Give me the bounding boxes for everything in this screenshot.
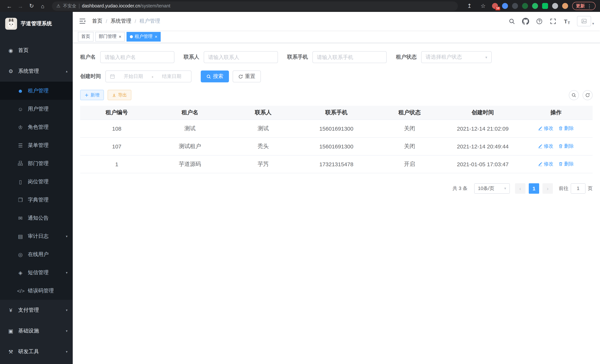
- date-range-input[interactable]: 开始日期 - 结束日期: [105, 71, 191, 82]
- refresh-icon[interactable]: ↻: [27, 1, 36, 11]
- share-icon[interactable]: ↥: [465, 1, 474, 11]
- profile-avatar-icon[interactable]: [562, 3, 568, 9]
- edit-pencil-icon: [538, 162, 543, 166]
- breadcrumb-item[interactable]: 租户管理: [140, 18, 160, 25]
- cell-name: 测试租户: [153, 137, 227, 155]
- delete-button[interactable]: 删除: [559, 125, 574, 132]
- forward-icon[interactable]: →: [16, 1, 25, 11]
- reset-button[interactable]: 重置: [233, 71, 261, 82]
- page-1-button[interactable]: 1: [529, 183, 539, 194]
- help-icon[interactable]: [536, 18, 543, 25]
- sidebar-item-sms[interactable]: ◈ 短信管理 ▾: [0, 263, 73, 282]
- page-jump-input[interactable]: [571, 183, 586, 194]
- contact-input[interactable]: [208, 54, 273, 60]
- export-button[interactable]: 导出: [108, 90, 131, 100]
- user-avatar[interactable]: ▾: [577, 16, 594, 26]
- tags-view: 首页 部门管理 × 租户管理 ×: [73, 30, 600, 43]
- sidebar-item-role[interactable]: ♔ 角色管理: [0, 118, 73, 136]
- edit-button[interactable]: 修改: [538, 143, 553, 149]
- tab-close-icon[interactable]: ×: [119, 34, 121, 39]
- chevron-down-icon: ▾: [485, 55, 487, 59]
- status-select[interactable]: 请选择租户状态 ▾: [421, 51, 492, 63]
- sidebar-item-pay[interactable]: ¥ 支付管理 ▾: [0, 300, 73, 321]
- fullscreen-icon[interactable]: [550, 18, 557, 25]
- sidebar-item-tenant[interactable]: ☻ 租户管理: [0, 82, 73, 100]
- cell-actions: 修改 删除: [519, 155, 593, 173]
- cell-id: 107: [80, 137, 153, 155]
- tab-1[interactable]: 部门管理 ×: [95, 32, 125, 41]
- plus-icon: [84, 93, 89, 97]
- tenant-name-input[interactable]: [105, 54, 170, 60]
- edit-button[interactable]: 修改: [538, 125, 553, 132]
- sidebar-item-online[interactable]: ◎ 在线用户: [0, 245, 73, 263]
- add-button[interactable]: 新增: [80, 90, 104, 100]
- trash-icon: [559, 162, 563, 166]
- app-logo[interactable]: 芋道管理系统: [0, 12, 73, 36]
- back-icon[interactable]: ←: [4, 1, 14, 11]
- url-host: dashboard.yudao.iocoder.cn: [82, 3, 140, 9]
- breadcrumb-item[interactable]: 首页 /: [92, 18, 107, 25]
- extension-3-icon[interactable]: [512, 3, 518, 9]
- update-label: 更新: [576, 3, 585, 9]
- sidebar-item-home[interactable]: ◉ 首页: [0, 40, 73, 61]
- address-bar[interactable]: ⚠ 不安全 dashboard.yudao.iocoder.cn/system/…: [52, 1, 458, 10]
- extension-badge: 10: [495, 7, 500, 10]
- refresh-table-button[interactable]: [582, 90, 593, 100]
- bookmark-star-icon[interactable]: ☆: [478, 1, 488, 11]
- extensions-puzzle-icon[interactable]: [552, 3, 558, 9]
- browser-actions: ↥ ☆ 10 更新 ⋮: [462, 1, 596, 11]
- extension-2-icon[interactable]: [502, 3, 508, 9]
- page-size-select[interactable]: 10条/页 ▾: [474, 183, 510, 194]
- column-header: 租户状态: [373, 106, 446, 120]
- hamburger-icon[interactable]: [79, 18, 86, 25]
- role-icon: ♔: [17, 124, 24, 130]
- search-button[interactable]: 搜索: [201, 71, 229, 82]
- breadcrumb-item[interactable]: 系统管理 /: [111, 18, 136, 25]
- delete-button[interactable]: 删除: [559, 143, 574, 149]
- delete-button[interactable]: 删除: [559, 161, 574, 167]
- chevron-icon: ▾: [66, 350, 67, 354]
- sidebar-item-dept[interactable]: 品 部门管理: [0, 154, 73, 173]
- navbar: 首页 / 系统管理 / 租户管理: [73, 12, 600, 30]
- dept-tree-icon: 品: [17, 160, 24, 167]
- sidebar-item-system[interactable]: ⚙ 系统管理 ▴: [0, 61, 73, 82]
- sidebar-item-tool[interactable]: ⚒ 研发工具 ▾: [0, 341, 73, 362]
- extension-1-icon[interactable]: 10: [492, 3, 498, 9]
- sidebar-item-user[interactable]: ☺ 用户管理: [0, 100, 73, 118]
- extension-5-icon[interactable]: [532, 3, 538, 9]
- sidebar-item-infra[interactable]: ▣ 基础设施 ▾: [0, 321, 73, 341]
- browser-update-button[interactable]: 更新 ⋮: [572, 2, 596, 10]
- sidebar-item-log[interactable]: ▤ 审计日志 ▾: [0, 227, 73, 245]
- navbar-actions: T T ▾: [508, 16, 594, 26]
- cell-created: 2021-12-14 21:02:09: [446, 120, 519, 137]
- sidebar-item-dict[interactable]: ❒ 字典管理: [0, 191, 73, 209]
- app-frame: 芋道管理系统 ◉ 首页 ⚙ 系统管理 ▴ ☻ 租户管理 ☺ 用户管理 ♔ 角色管…: [0, 12, 600, 364]
- omnibox-divider: [79, 3, 79, 8]
- edit-button[interactable]: 修改: [538, 161, 553, 167]
- phone-input[interactable]: [317, 54, 382, 60]
- sidebar-item-menu[interactable]: ☰ 菜单管理: [0, 136, 73, 154]
- tab-2[interactable]: 租户管理 ×: [127, 32, 161, 41]
- tab-close-icon[interactable]: ×: [155, 34, 157, 39]
- breadcrumb: 首页 / 系统管理 / 租户管理: [92, 18, 160, 25]
- column-header: 租户名: [153, 106, 227, 120]
- sidebar: 芋道管理系统 ◉ 首页 ⚙ 系统管理 ▴ ☻ 租户管理 ☺ 用户管理 ♔ 角色管…: [0, 12, 73, 364]
- extension-6-icon[interactable]: [542, 3, 548, 9]
- tab-0[interactable]: 首页: [78, 32, 94, 41]
- jumper-prefix-label: 前往: [559, 185, 568, 192]
- next-page-button[interactable]: ›: [543, 183, 553, 194]
- sidebar-item-post[interactable]: ▯ 岗位管理: [0, 173, 73, 191]
- home-icon[interactable]: ⌂: [38, 1, 47, 11]
- post-badge-icon: ▯: [17, 179, 24, 185]
- github-icon[interactable]: [522, 18, 529, 25]
- online-user-icon: ◎: [17, 251, 24, 257]
- extension-4-icon[interactable]: [522, 3, 528, 9]
- font-size-icon[interactable]: T T: [563, 18, 571, 25]
- search-icon[interactable]: [508, 18, 516, 25]
- hide-search-button[interactable]: [569, 90, 579, 100]
- sidebar-item-errcode[interactable]: </> 错误码管理: [0, 282, 73, 300]
- calendar-icon: [110, 74, 115, 79]
- sidebar-item-notice[interactable]: ✉ 通知公告: [0, 209, 73, 227]
- prev-page-button[interactable]: ‹: [515, 183, 525, 194]
- edit-pencil-icon: [538, 126, 543, 131]
